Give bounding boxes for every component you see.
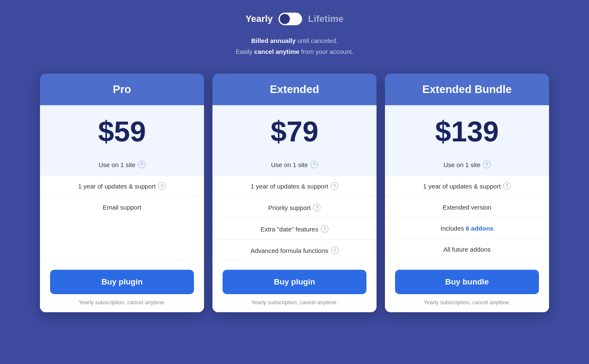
card-body-pro: $59 Use on 1 site ? 1 year of updates & …: [40, 105, 204, 312]
feature-updates-support-ext: 1 year of updates & support ?: [212, 175, 377, 197]
question-icon: ?: [321, 225, 329, 233]
buy-bundle-button[interactable]: Buy bundle: [395, 270, 539, 294]
feature-all-future-addons: All future addons: [385, 239, 549, 260]
feature-email-support: Email support: [40, 197, 204, 218]
billed-annually-text: Billed annually: [251, 37, 296, 44]
plan-card-extended: Extended $79 Use on 1 site ? 1 year of u…: [212, 74, 377, 312]
billing-toggle-row: Yearly Lifetime: [245, 13, 343, 25]
feature-includes-addons: Includes 6 addons: [385, 218, 549, 239]
feature-updates-support: 1 year of updates & support ?: [40, 175, 204, 197]
plan-name-pro: Pro: [48, 83, 196, 96]
card-footer-extended: Buy plugin Yearly subscription, cancel a…: [212, 261, 377, 312]
question-icon: ?: [138, 161, 146, 168]
card-header-bundle: Extended Bundle: [385, 74, 549, 105]
plan-card-bundle: Extended Bundle $139 Use on 1 site ? 1 y…: [385, 74, 549, 312]
toggle-thumb: [280, 14, 290, 24]
feature-advanced-formula: Advanced formula functions ?: [212, 239, 377, 261]
feature-updates-support-bundle: 1 year of updates & support ?: [385, 175, 549, 197]
lifetime-label: Lifetime: [308, 13, 343, 24]
plan-card-pro: Pro $59 Use on 1 site ? 1 year of update…: [40, 74, 204, 312]
cancel-anytime-text: cancel anytime: [254, 48, 300, 55]
question-icon: ?: [483, 161, 491, 168]
card-footer-bundle: Buy bundle Yearly subscription, cancel a…: [385, 261, 549, 312]
card-header-pro: Pro: [40, 74, 204, 105]
price-section-bundle: $139: [385, 105, 549, 154]
features-list-extended: Use on 1 site ? 1 year of updates & supp…: [212, 154, 377, 261]
feature-priority-support: Priority support ?: [212, 197, 377, 218]
card-header-extended: Extended: [212, 74, 377, 105]
footer-note-extended: Yearly subscription, cancel anytime.: [223, 299, 366, 306]
billing-line2-end: from your account.: [300, 48, 353, 55]
feature-use-on-1-site-bundle: Use on 1 site ?: [385, 154, 549, 175]
price-extended: $79: [221, 117, 368, 146]
features-list-pro: Use on 1 site ? 1 year of updates & supp…: [40, 154, 204, 261]
question-icon: ?: [310, 161, 318, 168]
feature-extended-version: Extended version: [385, 197, 549, 218]
footer-note-pro: Yearly subscription, cancel anytime.: [50, 299, 194, 306]
question-icon: ?: [331, 247, 339, 254]
question-icon: ?: [313, 204, 321, 211]
price-bundle: $139: [393, 117, 541, 146]
feature-use-on-1-site: Use on 1 site ?: [40, 154, 204, 175]
feature-use-on-1-site-ext: Use on 1 site ?: [212, 154, 377, 175]
price-section-extended: $79: [212, 105, 377, 154]
addons-link[interactable]: 6 addons: [466, 225, 493, 232]
footer-note-bundle: Yearly subscription, cancel anytime.: [395, 299, 539, 306]
question-icon: ?: [158, 182, 166, 190]
card-body-extended: $79 Use on 1 site ? 1 year of updates & …: [212, 105, 377, 312]
billing-period-toggle[interactable]: [279, 13, 302, 25]
buy-plugin-button-pro[interactable]: Buy plugin: [50, 270, 194, 294]
billing-line1-rest: until canceled.: [296, 37, 338, 44]
plan-name-extended: Extended: [221, 83, 368, 96]
buy-plugin-button-extended[interactable]: Buy plugin: [223, 270, 366, 294]
feature-date-features: Extra "date" features ?: [212, 218, 377, 239]
price-section-pro: $59: [40, 105, 204, 154]
card-body-bundle: $139 Use on 1 site ? 1 year of updates &…: [385, 105, 549, 312]
card-footer-pro: Buy plugin Yearly subscription, cancel a…: [40, 261, 204, 312]
pricing-cards: Pro $59 Use on 1 site ? 1 year of update…: [13, 74, 576, 312]
question-icon: ?: [331, 182, 338, 190]
price-pro: $59: [48, 117, 196, 146]
yearly-label: Yearly: [245, 13, 273, 24]
plan-name-bundle: Extended Bundle: [393, 83, 541, 96]
billing-info: Billed annually until canceled. Easily c…: [236, 35, 353, 57]
features-list-bundle: Use on 1 site ? 1 year of updates & supp…: [385, 154, 549, 261]
question-icon: ?: [503, 182, 511, 190]
billing-line2-start: Easily: [236, 48, 254, 55]
